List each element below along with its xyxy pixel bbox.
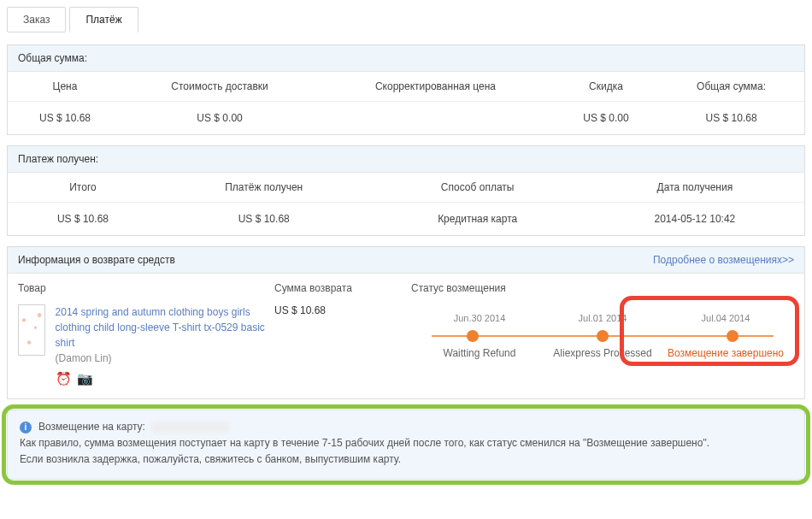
val-discount: US $ 0.00 [554, 102, 658, 135]
panel-refund-title: Информация о возврате средств [18, 254, 175, 266]
val-price: US $ 10.68 [8, 102, 122, 135]
col-product: Товар [18, 282, 274, 294]
val-sum: US $ 10.68 [658, 102, 804, 135]
link-more-refunds[interactable]: Подробнее о возмещениях>> [653, 254, 794, 266]
timeline-step-2-dot [597, 330, 609, 342]
val-adj [317, 102, 554, 135]
col-price: Цена [8, 72, 122, 102]
panel-received: Платеж получен: Итого Платёж получен Спо… [7, 145, 805, 236]
tl-label-1: Waitting Refund [418, 347, 541, 359]
val-paid: US $ 10.68 [158, 203, 370, 236]
total-table: Цена Стоимость доставки Скорректированна… [8, 72, 804, 134]
notice-wrap: i Возмещение на карту: Как правило, сумм… [7, 410, 805, 480]
panel-refund-header: Информация о возврате средств Подробнее … [8, 247, 804, 274]
refund-row: 2014 spring and autumn clothing boys gir… [8, 301, 804, 398]
col-discount: Скидка [554, 72, 658, 102]
notice-line1-prefix: Возмещение на карту: [38, 419, 145, 435]
val-date: 2014-05-12 10:42 [585, 203, 804, 236]
panel-total-title: Общая сумма: [8, 45, 804, 72]
tl-date-1: Jun.30 2014 [418, 313, 541, 323]
col-ship: Стоимость доставки [122, 72, 317, 102]
panel-refund: Информация о возврате средств Подробнее … [7, 246, 805, 399]
panel-total: Общая сумма: Цена Стоимость доставки Ско… [7, 44, 805, 135]
col-method: Способ оплаты [370, 173, 585, 203]
refund-notice: i Возмещение на карту: Как правило, сумм… [7, 410, 805, 480]
tl-label-3: Возмещение завершено [664, 347, 787, 359]
refund-timeline: Jun.30 2014 Jul.01 2014 Jul.04 2014 Wait… [411, 304, 794, 364]
tab-payment[interactable]: Платёж [69, 7, 138, 32]
tl-date-3: Jul.04 2014 [664, 313, 787, 323]
product-thumbnail[interactable] [18, 304, 45, 356]
col-date: Дата получения [585, 173, 804, 203]
col-paid: Платёж получен [158, 173, 370, 203]
tabs-bar: Заказ Платёж [7, 7, 805, 32]
tl-date-2: Jul.01 2014 [541, 313, 664, 323]
refund-columns: Товар Сумма возврата Статус возмещения [8, 274, 804, 301]
redacted-card [152, 422, 229, 433]
product-link[interactable]: 2014 spring and autumn clothing boys gir… [56, 306, 265, 349]
notice-line3: Если возникла задержка, пожалуйста, свяж… [20, 451, 792, 468]
col-amount: Сумма возврата [274, 282, 411, 294]
timeline-track [432, 335, 774, 337]
col-adj: Скорректированная цена [317, 72, 554, 102]
received-table: Итого Платёж получен Способ оплаты Дата … [8, 173, 804, 235]
product-cell: 2014 spring and autumn clothing boys gir… [18, 304, 274, 386]
val-subtotal: US $ 10.68 [8, 203, 158, 236]
col-status: Статус возмещения [411, 282, 794, 294]
panel-received-title: Платеж получен: [8, 146, 804, 173]
timeline-step-1-dot [467, 330, 479, 342]
notice-line2: Как правило, сумма возмещения поступает … [20, 435, 792, 451]
col-subtotal: Итого [8, 173, 158, 203]
product-icons: ⏰ 📷 [56, 371, 274, 386]
col-sum: Общая сумма: [658, 72, 804, 102]
refund-amount: US $ 10.68 [274, 304, 411, 316]
val-method: Кредитная карта [370, 203, 585, 236]
timeline-step-3-dot [727, 330, 738, 342]
product-text: 2014 spring and autumn clothing boys gir… [56, 304, 274, 386]
info-icon: i [20, 422, 32, 433]
tab-order[interactable]: Заказ [7, 7, 66, 32]
tl-label-2: Aliexpress Processed [541, 347, 664, 359]
clock-icon[interactable]: ⏰ [56, 371, 72, 386]
camera-icon[interactable]: 📷 [77, 371, 93, 386]
product-seller: (Damon Lin) [56, 352, 274, 364]
val-ship: US $ 0.00 [122, 102, 317, 135]
